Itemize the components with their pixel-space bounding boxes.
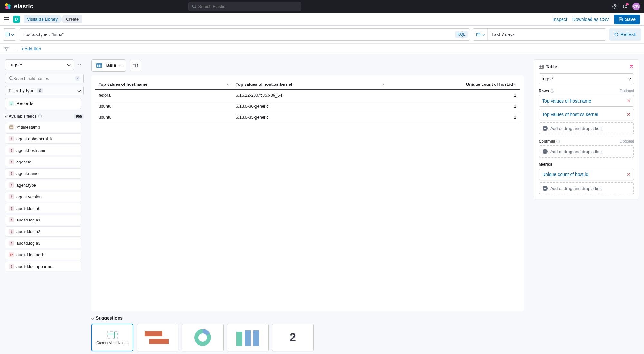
suggestion-donut[interactable] bbox=[182, 324, 224, 351]
table-cell[interactable]: 1 bbox=[387, 101, 520, 112]
search-icon bbox=[9, 76, 13, 81]
date-range-value[interactable]: Last 7 days bbox=[488, 32, 519, 37]
filter-by-type-select[interactable]: Filter by type 0 bbox=[5, 86, 84, 95]
table-row: ubuntu5.13.0-30-generic1 bbox=[95, 101, 520, 112]
field-name: @timestamp bbox=[16, 125, 40, 130]
table-cell[interactable]: fedora bbox=[95, 90, 233, 101]
svg-point-6 bbox=[612, 4, 617, 9]
add-row-dropzone[interactable]: +Add or drag-and-drop a field bbox=[539, 122, 634, 134]
field-item[interactable]: tauditd.log.a1 bbox=[5, 215, 81, 225]
field-item[interactable]: tauditd.log.apparmor bbox=[5, 261, 81, 271]
field-item[interactable]: tagent.name bbox=[5, 168, 81, 179]
dimension-row[interactable]: Top values of host.os.kernel✕ bbox=[539, 109, 634, 120]
field-item[interactable]: IPauditd.log.addr bbox=[5, 250, 81, 260]
chart-type-switch[interactable]: Table bbox=[91, 59, 126, 72]
table-cell[interactable]: 5.13.0-35-generic bbox=[233, 112, 387, 123]
newsfeed-icon[interactable] bbox=[622, 4, 628, 9]
dimension-metric[interactable]: Unique count of host.id✕ bbox=[539, 169, 634, 180]
table-icon bbox=[96, 63, 102, 68]
field-item[interactable]: tagent.type bbox=[5, 180, 81, 190]
table-cell[interactable]: ubuntu bbox=[95, 101, 233, 112]
add-metric-dropzone[interactable]: +Add or drag-and-drop a field bbox=[539, 182, 634, 194]
records-item[interactable]: # Records bbox=[5, 98, 81, 109]
svg-point-4 bbox=[193, 5, 195, 7]
field-name: auditd.log.addr bbox=[16, 252, 44, 257]
suggestion-bar[interactable] bbox=[227, 324, 269, 351]
text-type-icon: t bbox=[9, 264, 14, 269]
refresh-icon bbox=[614, 32, 619, 37]
clear-icon[interactable]: ✕ bbox=[75, 76, 80, 81]
space-selector[interactable]: D bbox=[13, 16, 20, 23]
date-quick-select-button[interactable] bbox=[473, 29, 488, 40]
svg-rect-45 bbox=[539, 65, 543, 68]
suggestion-current[interactable]: Current visualization bbox=[91, 324, 133, 351]
layer-dataview-select[interactable]: logs-* bbox=[539, 73, 634, 84]
vis-settings-button[interactable] bbox=[130, 60, 141, 71]
dataview-switch-button[interactable] bbox=[3, 28, 16, 41]
remove-icon[interactable]: ✕ bbox=[627, 112, 630, 117]
svg-rect-11 bbox=[477, 33, 480, 36]
table-cell[interactable]: 1 bbox=[387, 90, 520, 101]
svg-rect-39 bbox=[149, 339, 169, 344]
table-cell[interactable]: 1 bbox=[387, 112, 520, 123]
field-item[interactable]: tauditd.log.a0 bbox=[5, 203, 81, 213]
query-input[interactable] bbox=[23, 32, 466, 37]
remove-icon[interactable]: ✕ bbox=[627, 172, 630, 177]
add-column-dropzone[interactable]: +Add or drag-and-drop a field bbox=[539, 145, 634, 158]
calendar-icon bbox=[476, 32, 481, 37]
field-name: agent.type bbox=[16, 183, 36, 188]
save-button[interactable]: Save bbox=[614, 15, 640, 24]
config-panel: Table logs-* Rows Optional Top values of… bbox=[529, 54, 644, 354]
table-header[interactable]: Unique count of host.id bbox=[387, 79, 520, 90]
fields-panel: logs-* ⋯ ✕ Filter by type 0 # Records Av… bbox=[0, 54, 86, 354]
suggestion-stacked-bar[interactable] bbox=[137, 324, 178, 351]
available-fields-header[interactable]: Available fields 955 bbox=[5, 113, 84, 120]
field-search-input[interactable] bbox=[13, 76, 75, 81]
suggestion-metric[interactable]: 2 bbox=[272, 324, 314, 351]
field-item[interactable]: tagent.version bbox=[5, 192, 81, 202]
table-row: fedora5.16.12-200.fc35.x86_641 bbox=[95, 90, 520, 101]
dimension-row[interactable]: Top values of host.name✕ bbox=[539, 95, 634, 107]
field-item[interactable]: tagent.ephemeral_id bbox=[5, 133, 81, 144]
field-search: ✕ bbox=[5, 74, 84, 83]
user-avatar[interactable]: CW bbox=[632, 3, 640, 10]
ip-type-icon: IP bbox=[9, 252, 14, 257]
text-type-icon: t bbox=[9, 241, 14, 246]
breadcrumb-link[interactable]: Visualize Library bbox=[24, 15, 62, 23]
filter-options-icon[interactable] bbox=[4, 46, 9, 51]
table-header[interactable]: Top values of host.name bbox=[95, 79, 233, 90]
add-filter-link[interactable]: + Add filter bbox=[21, 46, 41, 51]
field-name: agent.ephemeral_id bbox=[16, 136, 53, 141]
field-item[interactable]: @timestamp bbox=[5, 122, 81, 132]
field-item[interactable]: tauditd.log.a3 bbox=[5, 238, 81, 248]
layer-remove-icon[interactable] bbox=[629, 64, 634, 69]
field-item[interactable]: tagent.id bbox=[5, 157, 81, 167]
field-item[interactable]: tagent.hostname bbox=[5, 145, 81, 155]
global-search[interactable] bbox=[188, 2, 301, 11]
field-name: auditd.log.a2 bbox=[16, 229, 40, 234]
global-search-input[interactable] bbox=[198, 4, 298, 9]
plus-icon: + bbox=[543, 126, 548, 131]
svg-point-19 bbox=[40, 115, 40, 116]
help-icon[interactable] bbox=[612, 4, 618, 9]
table-cell[interactable]: 5.16.12-200.fc35.x86_64 bbox=[233, 90, 387, 101]
remove-icon[interactable]: ✕ bbox=[627, 98, 630, 103]
table-cell[interactable]: 5.13.0-30-generic bbox=[233, 101, 387, 112]
refresh-button[interactable]: Refresh bbox=[609, 28, 641, 41]
chevron-down-icon bbox=[11, 32, 14, 37]
download-csv-link[interactable]: Download as CSV bbox=[572, 17, 609, 22]
dataview-select[interactable]: logs-* bbox=[5, 59, 74, 70]
table-cell[interactable]: ubuntu bbox=[95, 112, 233, 123]
search-icon bbox=[192, 4, 196, 9]
text-type-icon: t bbox=[9, 171, 14, 176]
text-type-icon: t bbox=[9, 182, 14, 188]
suggestions-toggle[interactable]: Suggestions bbox=[91, 315, 524, 320]
nav-toggle-icon[interactable] bbox=[4, 17, 9, 21]
table-header[interactable]: Top values of host.os.kernel bbox=[233, 79, 387, 90]
field-item[interactable]: tauditd.log.a2 bbox=[5, 226, 81, 237]
query-bar: KQL Last 7 days Refresh bbox=[0, 26, 644, 44]
dataview-more-icon[interactable]: ⋯ bbox=[77, 61, 84, 69]
field-name: agent.hostname bbox=[16, 148, 46, 153]
query-lang-badge[interactable]: KQL bbox=[455, 31, 468, 38]
inspect-link[interactable]: Inspect bbox=[553, 17, 567, 22]
